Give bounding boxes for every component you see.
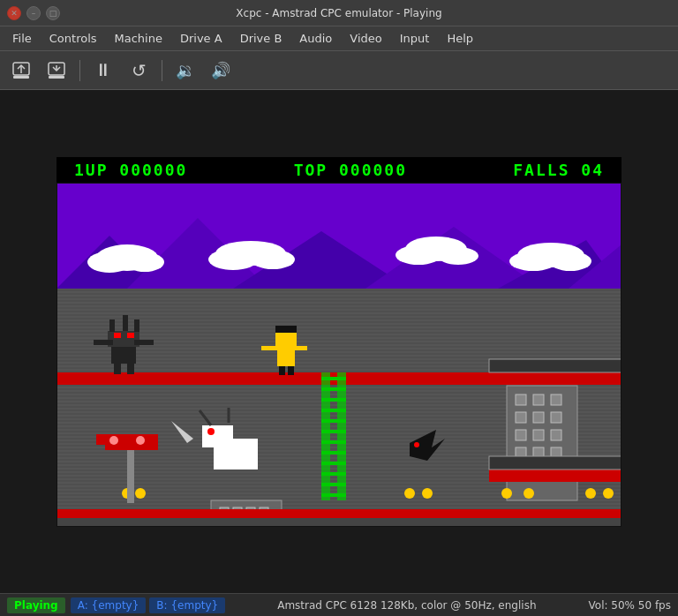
game-area: 1UP 000000 TOP 000000 FALLS 04 — [0, 90, 678, 593]
svg-point-20 — [396, 245, 441, 265]
svg-rect-93 — [56, 372, 489, 385]
svg-point-149 — [585, 488, 596, 499]
svg-rect-114 — [321, 377, 346, 380]
svg-rect-125 — [321, 493, 346, 497]
status-bar: Playing A: {empty} B: {empty} Amstrad CP… — [0, 593, 678, 616]
svg-rect-112 — [321, 372, 330, 500]
svg-rect-5 — [49, 76, 64, 79]
volume-down-button[interactable]: 🔉 — [171, 56, 200, 85]
score-1up: 1UP 000000 — [74, 161, 187, 179]
svg-rect-120 — [321, 440, 346, 444]
svg-rect-113 — [337, 372, 346, 500]
svg-rect-142 — [489, 456, 622, 470]
svg-point-21 — [438, 247, 478, 265]
svg-rect-132 — [516, 412, 526, 423]
snapshot-load-button[interactable] — [7, 56, 35, 85]
window-title: Xcpc - Amstrad CPC emulator - Playing — [236, 7, 441, 19]
svg-point-155 — [136, 436, 145, 445]
status-volume: Vol: 50% 50 fps — [589, 599, 671, 612]
status-drive-b: B: {empty} — [149, 597, 225, 613]
svg-rect-121 — [321, 451, 346, 454]
volume-up-button[interactable]: 🔊 — [207, 56, 235, 85]
menu-help[interactable]: Help — [438, 30, 482, 47]
svg-rect-107 — [275, 326, 297, 333]
status-drive-a: A: {empty} — [71, 597, 147, 613]
menu-audio[interactable]: Audio — [290, 30, 341, 47]
title-bar: ✕ – □ Xcpc - Amstrad CPC emulator - Play… — [0, 0, 678, 26]
svg-point-14 — [87, 252, 132, 273]
status-info: Amstrad CPC 6128 128Kb, color @ 50Hz, en… — [225, 599, 588, 612]
score-area: 1UP 000000 TOP 000000 FALLS 04 — [56, 157, 622, 183]
svg-rect-129 — [516, 394, 526, 405]
svg-point-154 — [109, 436, 118, 445]
svg-rect-98 — [134, 319, 139, 332]
svg-rect-130 — [533, 394, 544, 405]
svg-rect-97 — [123, 315, 128, 331]
toolbar-separator-1 — [79, 60, 80, 81]
game-screen[interactable] — [56, 183, 622, 527]
menu-video[interactable]: Video — [341, 30, 390, 47]
score-top: TOP 000000 — [294, 161, 407, 179]
game-screen-container: 1UP 000000 TOP 000000 FALLS 04 — [56, 157, 622, 527]
reset-button[interactable]: ↺ — [124, 56, 153, 85]
svg-rect-101 — [114, 364, 121, 374]
svg-rect-133 — [533, 412, 544, 423]
menu-drive-b[interactable]: Drive B — [231, 30, 291, 47]
menu-input[interactable]: Input — [391, 30, 439, 47]
svg-point-146 — [422, 488, 433, 499]
svg-rect-109 — [288, 366, 294, 375]
svg-rect-157 — [202, 425, 233, 447]
svg-rect-131 — [551, 394, 561, 405]
menu-machine[interactable]: Machine — [106, 30, 171, 47]
status-playing: Playing — [7, 597, 65, 613]
svg-point-24 — [549, 252, 591, 271]
svg-rect-102 — [127, 364, 134, 374]
menu-controls[interactable]: Controls — [41, 30, 106, 47]
svg-rect-115 — [321, 387, 346, 391]
svg-rect-134 — [551, 412, 561, 423]
menu-bar: File Controls Machine Drive A Drive B Au… — [0, 26, 678, 51]
toolbar-separator-2 — [162, 60, 162, 81]
score-falls: FALLS 04 — [513, 161, 604, 179]
svg-rect-170 — [56, 518, 622, 527]
svg-rect-153 — [127, 450, 134, 503]
svg-rect-123 — [321, 472, 346, 476]
svg-rect-100 — [127, 333, 134, 338]
svg-rect-103 — [94, 340, 113, 345]
svg-point-17 — [208, 249, 258, 270]
window-controls: ✕ – □ — [7, 6, 60, 20]
minimize-button[interactable]: – — [26, 6, 41, 20]
svg-rect-104 — [134, 340, 154, 345]
svg-point-160 — [207, 428, 215, 435]
toolbar: ⏸ ↺ 🔉 🔊 — [0, 51, 678, 90]
maximize-button[interactable]: □ — [46, 6, 60, 20]
svg-point-147 — [501, 488, 512, 499]
menu-drive-a[interactable]: Drive A — [171, 30, 231, 47]
svg-rect-126 — [489, 372, 622, 385]
svg-rect-127 — [489, 359, 622, 372]
svg-point-144 — [135, 488, 146, 499]
svg-rect-111 — [295, 346, 307, 350]
svg-rect-122 — [321, 462, 346, 465]
svg-rect-135 — [516, 430, 526, 440]
svg-rect-108 — [279, 366, 285, 375]
svg-rect-117 — [321, 409, 346, 412]
svg-rect-118 — [321, 419, 346, 423]
svg-rect-116 — [321, 398, 346, 402]
svg-rect-137 — [551, 430, 561, 440]
svg-rect-110 — [261, 346, 277, 350]
svg-rect-105 — [277, 343, 295, 366]
close-button[interactable]: ✕ — [7, 6, 21, 20]
svg-point-163 — [414, 442, 419, 447]
menu-file[interactable]: File — [4, 30, 41, 47]
svg-point-15 — [125, 252, 164, 272]
svg-rect-124 — [321, 483, 346, 486]
svg-rect-99 — [114, 333, 121, 338]
pause-button[interactable]: ⏸ — [89, 56, 117, 85]
svg-point-145 — [404, 488, 415, 499]
svg-point-18 — [251, 250, 295, 269]
svg-rect-119 — [321, 430, 346, 433]
snapshot-save-button[interactable] — [42, 56, 71, 85]
svg-point-148 — [524, 488, 534, 499]
svg-point-150 — [603, 488, 614, 499]
